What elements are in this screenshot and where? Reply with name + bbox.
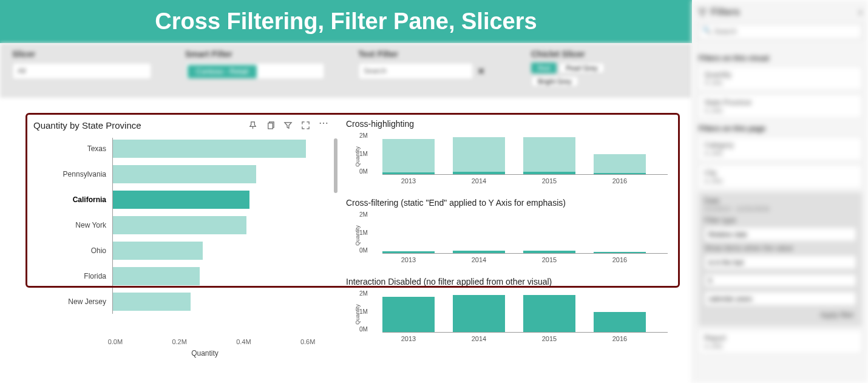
hbar[interactable]	[112, 140, 306, 158]
smart-filter-tag[interactable]: Contoso - Retail	[188, 65, 257, 78]
x-axis-ticks: 2013 2014 2015 2016	[382, 335, 668, 342]
chiclet-option[interactable]: Red	[531, 63, 557, 73]
filter-card-subtitle: is (All)	[704, 149, 856, 157]
filter-icon: ▽	[699, 6, 706, 18]
more-options-icon[interactable]: ⋯	[319, 121, 328, 130]
mini-bar[interactable]	[453, 137, 505, 174]
filter-type-select[interactable]	[704, 227, 856, 242]
chart-title: Cross-filtering (static "End" applied to…	[346, 198, 668, 208]
filter-card-quantity[interactable]: Quantity is (All)	[699, 66, 862, 90]
y-axis-ticks: 2M 1M 0M	[359, 290, 368, 333]
category-label: New Jersey	[52, 297, 112, 306]
mini-bar[interactable]	[523, 251, 575, 253]
relative-op-select[interactable]	[704, 255, 856, 269]
text-filter-label: Text Filter	[358, 49, 507, 59]
mini-bar[interactable]	[594, 154, 646, 174]
x-axis-ticks: 2013 2014 2015 2016	[382, 177, 668, 185]
focus-mode-icon[interactable]	[301, 121, 310, 130]
hbar[interactable]	[112, 267, 200, 285]
mini-bar-wrap	[382, 132, 435, 174]
chart-title: Interaction Disabled (no filter applied …	[346, 277, 668, 286]
apply-filter-button[interactable]: Apply filter	[704, 308, 856, 322]
mini-bar-wrap	[594, 290, 646, 332]
mini-bar[interactable]	[453, 295, 505, 332]
text-filter-input[interactable]	[358, 63, 473, 80]
pin-icon[interactable]	[248, 121, 257, 130]
hbar-row[interactable]: Florida	[52, 265, 340, 287]
filter-card-state[interactable]: State Province is (All)	[699, 94, 862, 118]
mini-bar[interactable]	[382, 297, 435, 332]
filter-card-title: State Province	[704, 98, 856, 107]
x-tick: 2015	[523, 256, 575, 263]
filter-card-subtitle: 1/1/2013 - 12/31/2016	[704, 205, 856, 212]
slicer-label: Slicer	[12, 49, 161, 59]
mini-bar-highlight	[382, 172, 435, 174]
filter-search-input[interactable]	[699, 24, 862, 39]
chart-title: Cross-highlighting	[346, 119, 668, 129]
filter-card-city[interactable]: City is (All)	[699, 164, 862, 189]
hbar[interactable]	[112, 165, 256, 183]
x-tick: 2014	[453, 177, 505, 185]
x-tick: 2016	[594, 256, 646, 263]
x-tick: 0.6M	[276, 338, 340, 345]
mini-bar[interactable]	[523, 137, 575, 174]
mini-bar-wrap	[382, 290, 435, 332]
filter-pane-header: ▽ Filters ›	[699, 6, 862, 18]
show-items-label: Show items when the value	[704, 244, 856, 253]
relative-number-input[interactable]	[704, 274, 856, 287]
mini-bar-wrap	[453, 290, 505, 332]
smart-filter-box[interactable]: Contoso - Retail	[185, 63, 325, 80]
chiclet-option[interactable]: Pearl Grey	[559, 63, 605, 73]
hbar[interactable]	[112, 216, 246, 234]
category-label: Florida	[52, 272, 112, 280]
y-tick: 0M	[359, 247, 368, 254]
interaction-disabled-chart[interactable]: Interaction Disabled (no filter applied …	[346, 277, 668, 342]
slicer-dropdown[interactable]	[12, 63, 152, 80]
relative-unit-select[interactable]	[704, 291, 856, 306]
hbar-row[interactable]: Pennsylvania	[52, 163, 340, 185]
filter-type-label: Filter type	[704, 216, 856, 225]
copy-icon[interactable]	[266, 121, 275, 130]
mini-bar[interactable]	[594, 312, 646, 332]
hbar[interactable]	[112, 293, 191, 311]
cross-highlighting-chart[interactable]: Cross-highlighting Quantity 2M 1M 0M 201…	[346, 119, 668, 185]
chiclet-option[interactable]: Bright Grey	[531, 76, 578, 87]
filter-card-subtitle: is (All)	[704, 177, 856, 185]
filter-icon[interactable]	[283, 121, 293, 130]
filter-card-title: Category	[704, 141, 856, 149]
page-title: Cross Filtering, Filter Pane, Slicers	[155, 8, 537, 34]
y-tick: 0M	[359, 326, 368, 333]
filter-card-report[interactable]: Report is (All)	[699, 330, 862, 354]
filter-card-title: Report	[704, 334, 856, 342]
bar-group	[382, 211, 668, 254]
mini-bar[interactable]	[453, 251, 505, 253]
hbar-row[interactable]: Texas	[52, 138, 340, 160]
page-title-banner: Cross Filtering, Filter Pane, Slicers	[0, 0, 692, 43]
slicer-block: Slicer	[12, 49, 161, 87]
eraser-icon[interactable]: ✕	[477, 66, 485, 77]
page-filters-header: Filters on this page	[699, 124, 862, 133]
visual-filters-header: Filters on this visual	[699, 54, 862, 63]
x-tick: 2015	[523, 177, 575, 185]
cross-filtering-chart[interactable]: Cross-filtering (static "End" applied to…	[346, 198, 668, 263]
quantity-by-state-chart[interactable]: Quantity by State Province ⋯ TexasPennsy…	[0, 108, 346, 364]
mini-bar[interactable]	[382, 251, 435, 253]
text-filter-block: Text Filter ✕	[358, 49, 507, 87]
smart-filter-label: Smart Filter	[185, 49, 334, 59]
filter-card-category[interactable]: Category is (All)	[699, 137, 862, 161]
hbar[interactable]	[112, 191, 249, 209]
hbar-row[interactable]: New Jersey	[52, 291, 340, 313]
mini-bar[interactable]	[523, 295, 575, 332]
mini-bar-highlight	[523, 172, 575, 174]
hbar-row[interactable]: New York	[52, 214, 340, 236]
mini-bar[interactable]	[594, 252, 646, 253]
filter-card-date-expanded[interactable]: Date 1/1/2013 - 12/31/2016 Filter type S…	[699, 192, 862, 326]
category-label: Texas	[52, 144, 112, 153]
filter-card-subtitle: is (All)	[704, 79, 856, 86]
mini-bar[interactable]	[382, 139, 435, 174]
hbar-row[interactable]: Ohio	[52, 240, 340, 262]
filter-card-title: City	[704, 169, 856, 177]
chevron-right-icon[interactable]: ›	[859, 7, 862, 18]
hbar-row[interactable]: California	[52, 189, 340, 211]
hbar[interactable]	[112, 242, 203, 260]
